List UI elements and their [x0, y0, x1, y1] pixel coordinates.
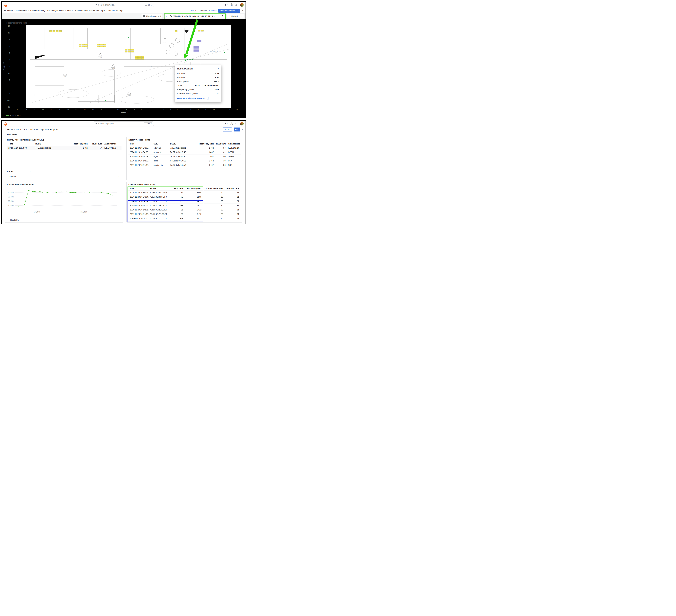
search-input[interactable]: Search or jump to... ctrl+k — [94, 121, 154, 126]
menu-icon[interactable]: ≡ — [4, 9, 6, 12]
data-snapshot-link[interactable]: Data Snapshot ±5 Seconds — [177, 97, 209, 100]
add-button[interactable]: Add∨ — [190, 9, 196, 12]
table-cell: 20 — [203, 195, 224, 199]
time-range-button[interactable]: 2024-11-20 16:54:08 to 2024-11-20 16:54:… — [168, 14, 216, 19]
table-cell: Igloo — [152, 159, 169, 163]
table-cell: -56 — [215, 163, 227, 167]
rssi-chart-svg: -40 dBm-50 dBm-60 dBm-70 dBm16:54:0516:5… — [7, 187, 119, 213]
axis-tick: 8 — [190, 109, 191, 111]
refresh-interval-button[interactable]: ∨ — [240, 14, 244, 19]
axis-tick: -34 — [24, 109, 27, 111]
y-axis-label: Position Y — [3, 60, 5, 73]
axis-tick: 14 — [213, 109, 215, 111]
collapse-topbar-icon[interactable]: ∧ — [242, 9, 243, 12]
grafana-logo[interactable] — [4, 3, 8, 7]
menu-icon[interactable]: ≡ — [4, 128, 6, 131]
column-header[interactable]: SSID — [152, 142, 169, 146]
table-cell: -57 — [215, 146, 227, 150]
svg-text:C02: C02 — [150, 66, 153, 67]
column-header[interactable]: BSSID — [169, 142, 197, 146]
breadcrumb-item[interactable]: Run 6 - 20th Nov 2024 4:25pm to 5:00pm — [67, 9, 105, 12]
help-icon[interactable]: ? — [230, 3, 233, 6]
column-header[interactable]: Tx Power dBm — [224, 187, 240, 191]
svg-text:-50 dBm: -50 dBm — [7, 196, 14, 198]
axis-tick: 0 — [163, 109, 164, 111]
column-header[interactable]: RSSI dBM — [215, 142, 227, 146]
ssid-select[interactable]: eduroam ∨ — [7, 174, 121, 179]
table-cell: -57 — [89, 146, 103, 150]
new-menu-button[interactable]: +∨ — [225, 3, 228, 6]
main-dashboard-button[interactable]: Main Dashboard — [142, 14, 162, 19]
column-header[interactable]: Auth Method — [103, 142, 121, 146]
column-header[interactable]: Frequency MHz — [184, 187, 203, 191]
table-cell: ul_guest — [152, 150, 169, 155]
time-shift-back-button[interactable]: ‹ — [165, 14, 168, 19]
table-cell: 7c:57:3c:2d:bb:a1 — [169, 146, 197, 150]
panel-title: Nearby Access Points — [128, 138, 240, 141]
column-header[interactable]: Time — [128, 187, 149, 191]
panel-title: Nearby Access Points (RSSI by SSID) — [7, 138, 121, 141]
keyboard-icon — [145, 4, 147, 6]
svg-text:C.02: C.02 — [112, 68, 115, 70]
time-shift-forward-button[interactable]: › — [216, 14, 220, 19]
collapse-topbar-icon[interactable]: ∧ — [242, 128, 243, 130]
share-button[interactable]: Share — [223, 127, 232, 131]
close-icon[interactable]: × — [218, 67, 219, 70]
collapse-section-icon: ∨ — [4, 133, 6, 135]
svg-text:16:54:10: 16:54:10 — [80, 211, 88, 213]
column-header[interactable]: Time — [128, 142, 152, 146]
table-cell: 20 — [203, 216, 224, 221]
tooltip-row: Time2024-11-20 16:54:08.000 — [177, 83, 219, 88]
avatar[interactable] — [240, 122, 244, 125]
table-cell: 7C:57:3C:30:3E:F0 — [149, 191, 171, 195]
time-range-picker: ‹ 2024-11-20 16:54:08 to 2024-11-20 16:5… — [164, 13, 226, 19]
zoom-out-icon[interactable] — [220, 14, 225, 19]
grid-icon — [143, 15, 145, 17]
breadcrumb-item[interactable]: Home — [7, 9, 13, 12]
axis-tick: -4 — [8, 79, 10, 81]
column-header[interactable]: Channel Width MHz — [203, 187, 224, 191]
column-header[interactable]: Time — [7, 142, 34, 146]
breadcrumb-item[interactable]: Confirm Factory Floor Analysis Maps — [30, 9, 64, 12]
avatar[interactable] — [240, 3, 244, 7]
search-input[interactable]: Search or jump to... ctrl+k — [94, 3, 154, 7]
column-header[interactable]: BSSID — [34, 142, 67, 146]
grafana-logo[interactable] — [4, 122, 8, 126]
refresh-button[interactable]: ↻Refresh — [227, 14, 240, 19]
column-header[interactable]: RSSI dBM — [171, 187, 184, 191]
news-icon[interactable] — [235, 122, 238, 125]
breadcrumb-separator: › — [14, 128, 15, 131]
map-legend[interactable]: Robot Position — [6, 114, 21, 116]
table-cell: 7C:57:3C:30:3E:F0 — [149, 195, 171, 199]
count-value: 1 — [30, 170, 31, 173]
axis-tick: -10 — [7, 99, 10, 101]
save-options-icon[interactable]: ∨ — [236, 10, 238, 12]
wifi-stats-section-header[interactable]: ∨ WiFi Stats — [2, 132, 245, 137]
axis-tick: -22 — [75, 109, 77, 111]
save-dashboard-button[interactable]: Save dashboard∨ — [218, 9, 240, 13]
column-header[interactable]: Auth Method — [227, 142, 241, 146]
column-header[interactable]: BSSID — [149, 187, 171, 191]
table-cell: 31 — [224, 191, 240, 195]
column-header[interactable]: Frequency MHz — [67, 142, 89, 146]
column-header[interactable]: Frequency MHz — [197, 142, 215, 146]
chart-legend[interactable]: RSSI dBM — [7, 219, 121, 221]
table-cell: -73 — [171, 191, 184, 195]
breadcrumb-item[interactable]: Home — [7, 128, 13, 131]
news-icon[interactable] — [235, 3, 238, 6]
exit-edit-button[interactable]: Exit edit — [209, 9, 217, 12]
settings-button[interactable]: Settings — [200, 9, 207, 12]
column-header[interactable]: RSSI dBM — [89, 142, 103, 146]
table-cell: 2412 — [184, 212, 203, 216]
breadcrumb-item[interactable]: Dashboards — [16, 128, 27, 131]
star-icon[interactable]: ☆ — [217, 128, 219, 131]
breadcrumb-item[interactable]: Dashboards — [16, 9, 27, 12]
tooltip-row: Position Y1.85 — [177, 75, 219, 79]
new-menu-button[interactable]: +∨ — [225, 122, 228, 125]
table-row: 2024-11-20 16:54:08.eduroam7c:57:3c:2d:b… — [128, 146, 241, 150]
edit-button[interactable]: Edit — [234, 127, 240, 131]
axis-tick: -12 — [7, 106, 10, 108]
table-cell: 7C:57:3C:2E:C3:C0 — [149, 216, 171, 221]
help-icon[interactable]: ? — [230, 122, 233, 125]
breadcrumb-bar: ≡ Home›Dashboards›Network Diagnostics Sn… — [2, 127, 245, 132]
